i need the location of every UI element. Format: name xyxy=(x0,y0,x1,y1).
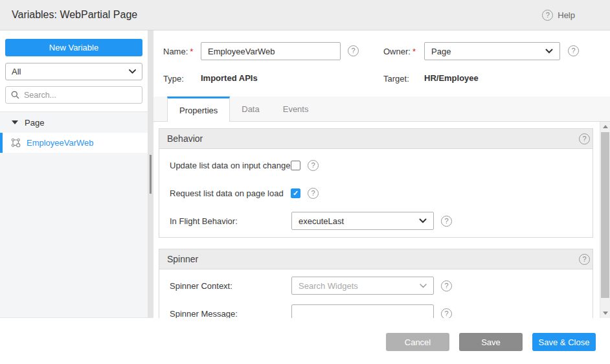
spinner-section-header: Spinner ? xyxy=(159,249,593,269)
help-icon: ? xyxy=(542,10,553,21)
help-link[interactable]: ? Help xyxy=(542,10,575,21)
spinner-message-help-icon[interactable]: ? xyxy=(441,308,452,318)
spinner-context-placeholder: Search Widgets xyxy=(299,281,358,291)
owner-help-icon[interactable]: ? xyxy=(568,45,579,56)
name-input[interactable] xyxy=(201,42,341,60)
tab-properties[interactable]: Properties xyxy=(167,97,230,122)
spinner-help-icon[interactable]: ? xyxy=(579,254,590,265)
dialog-header: Variables: WebPartial Page ? Help xyxy=(0,0,610,30)
variable-form: Name:* ? Owner:* Page ? Type: Imported A… xyxy=(153,30,610,97)
spinner-message-label: Spinner Message: xyxy=(170,309,238,318)
page-title: Variables: WebPartial Page xyxy=(12,9,137,21)
in-flight-select[interactable]: executeLast xyxy=(291,212,434,230)
spinner-message-input[interactable] xyxy=(291,304,434,318)
splitter-handle-icon xyxy=(150,155,152,194)
help-label: Help xyxy=(558,10,575,20)
required-mark: * xyxy=(190,47,193,56)
type-label: Type: xyxy=(163,74,184,84)
owner-select-value: Page xyxy=(431,47,451,56)
scroll-up-icon[interactable] xyxy=(603,125,608,128)
tree-item-label: EmployeeVarWeb xyxy=(27,138,94,148)
in-flight-help-icon[interactable]: ? xyxy=(441,216,452,227)
spinner-context-row: Spinner Context: Search Widgets ? xyxy=(159,272,593,300)
web-service-icon xyxy=(11,138,21,148)
behavior-section-title: Behavior xyxy=(167,133,203,144)
target-value: HR/Employee xyxy=(424,73,479,83)
name-label: Name:* xyxy=(163,47,193,56)
behavior-section-header: Behavior ? xyxy=(159,129,593,149)
scrollbar-thumb[interactable] xyxy=(601,132,609,298)
editor-tabs: Properties Data Events xyxy=(153,97,610,122)
tree-group-page[interactable]: Page xyxy=(0,112,148,133)
search-icon xyxy=(11,91,19,99)
cancel-button[interactable]: Cancel xyxy=(386,333,449,351)
update-list-checkbox[interactable] xyxy=(291,161,300,170)
spinner-section-body: Spinner Context: Search Widgets ? Spinne… xyxy=(159,269,593,318)
request-list-label: Request list data on page load xyxy=(170,188,284,198)
chevron-down-icon xyxy=(545,49,553,54)
variable-filter-select[interactable]: All xyxy=(5,63,142,80)
owner-select[interactable]: Page xyxy=(424,42,560,60)
spinner-context-label: Spinner Context: xyxy=(170,281,232,291)
variables-tree: Page EmployeeVarWeb xyxy=(0,111,148,317)
search-input[interactable] xyxy=(24,91,137,100)
variable-filter-value: All xyxy=(12,67,21,76)
target-label: Target: xyxy=(383,74,409,84)
chevron-down-icon xyxy=(420,284,427,288)
update-list-help-icon[interactable]: ? xyxy=(308,160,319,171)
request-list-row: Request list data on page load ? xyxy=(159,179,593,207)
spinner-context-select[interactable]: Search Widgets xyxy=(291,277,434,295)
dialog-body: New Variable All Page EmployeeVarWeb xyxy=(0,30,610,318)
behavior-section: Behavior ? Update list data on input cha… xyxy=(159,128,593,238)
sidebar-splitter[interactable] xyxy=(148,30,153,317)
request-list-help-icon[interactable]: ? xyxy=(308,188,319,199)
variable-search xyxy=(5,86,142,104)
spinner-context-help-icon[interactable]: ? xyxy=(441,280,452,291)
tab-events[interactable]: Events xyxy=(271,97,321,121)
save-button[interactable]: Save xyxy=(459,333,523,351)
in-flight-label: In Flight Behavior: xyxy=(170,216,238,226)
in-flight-select-value: executeLast xyxy=(299,216,344,226)
tree-group-label: Page xyxy=(25,118,44,128)
properties-tab-panel: Behavior ? Update list data on input cha… xyxy=(153,122,610,318)
variables-sidebar: New Variable All Page EmployeeVarWeb xyxy=(0,30,148,317)
required-mark: * xyxy=(412,47,416,56)
dialog-footer: Cancel Save Save & Close xyxy=(0,318,610,363)
collapse-arrow-icon xyxy=(12,120,18,124)
type-value: Imported APIs xyxy=(201,73,258,83)
chevron-down-icon xyxy=(129,69,136,74)
behavior-section-body: Update list data on input change ? Reque… xyxy=(159,149,593,237)
variables-dialog: Variables: WebPartial Page ? Help New Va… xyxy=(0,0,610,364)
spinner-section-title: Spinner xyxy=(167,254,198,264)
sidebar-controls: New Variable All xyxy=(0,30,148,111)
behavior-help-icon[interactable]: ? xyxy=(579,133,590,144)
chevron-down-icon xyxy=(419,218,427,223)
new-variable-button[interactable]: New Variable xyxy=(5,39,142,56)
scroll-down-icon[interactable] xyxy=(603,312,608,315)
update-list-label: Update list data on input change xyxy=(170,161,290,170)
spinner-section: Spinner ? Spinner Context: Search Widget… xyxy=(159,249,593,318)
update-list-row: Update list data on input change ? xyxy=(159,152,593,179)
variable-editor: Name:* ? Owner:* Page ? Type: Imported A… xyxy=(153,30,610,317)
name-help-icon[interactable]: ? xyxy=(348,45,359,56)
spinner-message-row: Spinner Message: ? xyxy=(159,300,593,318)
request-list-checkbox[interactable] xyxy=(291,188,300,198)
in-flight-row: In Flight Behavior: executeLast ? xyxy=(159,207,593,235)
save-and-close-button[interactable]: Save & Close xyxy=(532,333,596,351)
owner-label: Owner:* xyxy=(383,47,416,56)
tree-item-employeevarweb[interactable]: EmployeeVarWeb xyxy=(0,133,148,153)
tab-data[interactable]: Data xyxy=(230,97,271,121)
vertical-scrollbar[interactable] xyxy=(600,122,610,318)
